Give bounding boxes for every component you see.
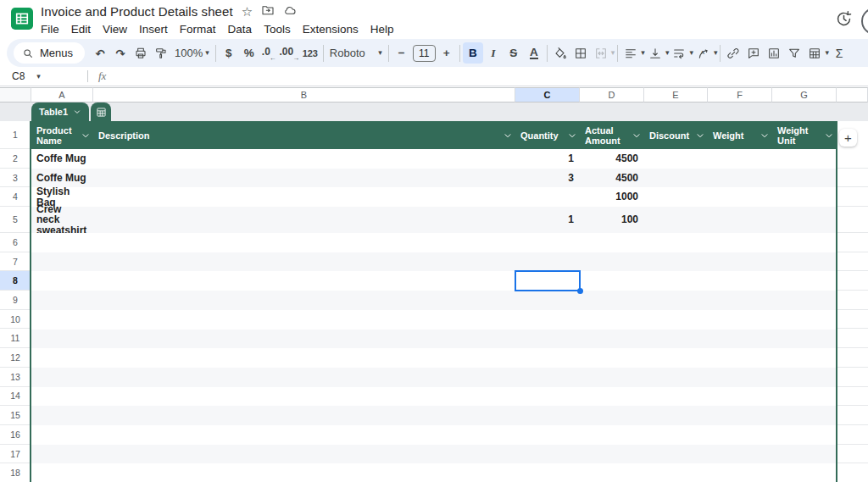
cell-B10[interactable] <box>93 310 515 330</box>
cell-E15[interactable] <box>644 406 708 425</box>
cell-G5[interactable] <box>772 207 837 233</box>
cell-F9[interactable] <box>708 291 772 310</box>
add-column-button[interactable]: + <box>839 129 857 147</box>
cell-outside-table-9[interactable] <box>837 291 868 310</box>
cell-D8[interactable] <box>580 271 644 291</box>
column-header-B[interactable]: B <box>93 87 515 102</box>
column-header-A[interactable]: A <box>31 87 93 102</box>
cell-C12[interactable] <box>515 348 580 368</box>
cell-F7[interactable] <box>708 252 772 272</box>
cell-G2[interactable] <box>772 149 837 169</box>
cell-A5[interactable]: Crew neck sweatshirt <box>31 207 93 233</box>
cell-A7[interactable] <box>31 252 93 272</box>
cell-E11[interactable] <box>644 330 708 349</box>
table-header-discount[interactable]: Discount <box>644 121 708 149</box>
cell-D18[interactable] <box>580 463 644 482</box>
column-header-F[interactable]: F <box>708 87 772 102</box>
row-header-18[interactable]: 18 <box>0 463 31 482</box>
cell-C11[interactable] <box>515 330 580 349</box>
cell-F8[interactable] <box>708 271 772 291</box>
row-header-13[interactable]: 13 <box>0 368 31 387</box>
row-header-6[interactable]: 6 <box>0 233 31 252</box>
cell-E3[interactable] <box>644 169 708 187</box>
cell-C16[interactable] <box>515 425 580 445</box>
cell-B6[interactable] <box>93 233 515 252</box>
row-header-7[interactable]: 7 <box>0 252 31 272</box>
cell-G11[interactable] <box>772 330 837 349</box>
cell-D11[interactable] <box>580 330 644 349</box>
selected-cell-outline[interactable] <box>515 270 581 291</box>
cell-B18[interactable] <box>93 463 515 482</box>
cell-D9[interactable] <box>580 291 644 310</box>
cell-B12[interactable] <box>93 348 515 368</box>
cell-F16[interactable] <box>708 425 772 445</box>
cell-F2[interactable] <box>708 149 772 169</box>
column-dropdown-icon[interactable] <box>503 130 513 141</box>
cell-G15[interactable] <box>772 406 837 425</box>
cell-A16[interactable] <box>31 425 93 445</box>
cell-D7[interactable] <box>580 252 644 272</box>
cell-G8[interactable] <box>772 271 837 291</box>
cell-B5[interactable] <box>93 207 515 233</box>
cell-B8[interactable] <box>93 271 515 291</box>
cell-B13[interactable] <box>93 368 515 387</box>
cell-D3[interactable]: 4500 <box>580 169 644 187</box>
cell-G16[interactable] <box>772 425 837 445</box>
cell-F13[interactable] <box>708 368 772 387</box>
cell-E13[interactable] <box>644 368 708 387</box>
cell-B17[interactable] <box>93 445 515 464</box>
row-header-9[interactable]: 9 <box>0 291 31 310</box>
cell-G14[interactable] <box>772 387 837 407</box>
cell-B9[interactable] <box>93 291 515 310</box>
cell-outside-table-18[interactable] <box>837 463 868 482</box>
cell-outside-table-3[interactable] <box>837 169 868 187</box>
cell-A6[interactable] <box>31 233 93 252</box>
cell-C13[interactable] <box>515 368 580 387</box>
cell-F15[interactable] <box>708 406 772 425</box>
column-header-G[interactable]: G <box>772 87 837 102</box>
column-header-E[interactable]: E <box>644 87 708 102</box>
cell-outside-table-10[interactable] <box>837 310 868 330</box>
cell-D17[interactable] <box>580 445 644 464</box>
cell-A12[interactable] <box>31 348 93 368</box>
cell-A10[interactable] <box>31 310 93 330</box>
cell-G12[interactable] <box>772 348 837 368</box>
cell-G7[interactable] <box>772 252 837 272</box>
column-dropdown-icon[interactable] <box>824 130 834 141</box>
cell-D15[interactable] <box>580 406 644 425</box>
cell-F3[interactable] <box>708 169 772 187</box>
cell-F18[interactable] <box>708 463 772 482</box>
table-header-weight[interactable]: Weight <box>708 121 772 149</box>
cell-F4[interactable] <box>708 187 772 207</box>
cell-E18[interactable] <box>644 463 708 482</box>
cell-C18[interactable] <box>515 463 580 482</box>
cell-F14[interactable] <box>708 387 772 407</box>
cell-A14[interactable] <box>31 387 93 407</box>
row-header-2[interactable]: 2 <box>0 149 31 169</box>
cell-E9[interactable] <box>644 291 708 310</box>
cell-B3[interactable] <box>93 169 515 187</box>
select-all-corner[interactable] <box>0 87 31 102</box>
cell-G18[interactable] <box>772 463 837 482</box>
table-name-tab[interactable]: Table1 <box>31 102 89 121</box>
row-header-5[interactable]: 5 <box>0 207 31 233</box>
cell-outside-table-17[interactable] <box>837 445 868 464</box>
cell-B7[interactable] <box>93 252 515 272</box>
cell-E10[interactable] <box>644 310 708 330</box>
table-header-weight-unit[interactable]: Weight Unit <box>772 121 837 149</box>
cell-D2[interactable]: 4500 <box>580 149 644 169</box>
cell-D12[interactable] <box>580 348 644 368</box>
cell-F11[interactable] <box>708 330 772 349</box>
cell-A15[interactable] <box>31 406 93 425</box>
cell-A9[interactable] <box>31 291 93 310</box>
column-dropdown-icon[interactable] <box>632 130 642 141</box>
cell-G4[interactable] <box>772 187 837 207</box>
cell-D10[interactable] <box>580 310 644 330</box>
row-header-15[interactable]: 15 <box>0 406 31 425</box>
cell-A13[interactable] <box>31 368 93 387</box>
cell-B2[interactable] <box>93 149 515 169</box>
cell-outside-table-15[interactable] <box>837 406 868 425</box>
cell-E5[interactable] <box>644 207 708 233</box>
cell-A17[interactable] <box>31 445 93 464</box>
cell-outside-table-8[interactable] <box>837 271 868 291</box>
